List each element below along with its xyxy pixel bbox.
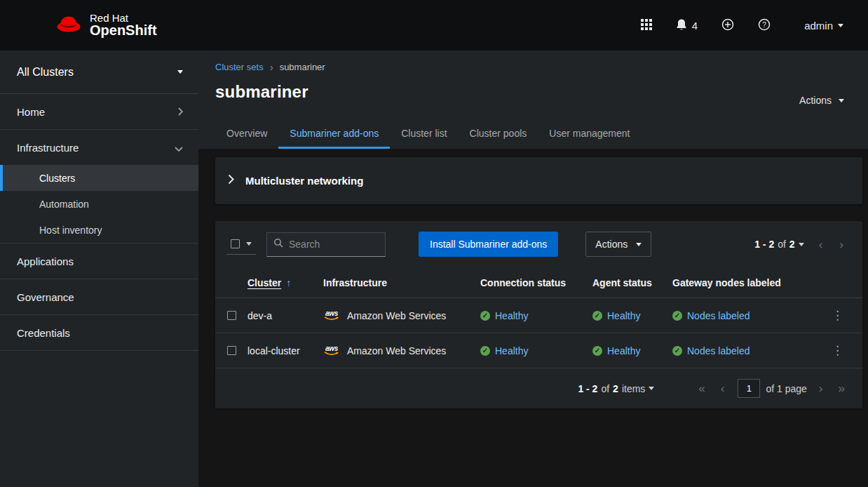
page-of-label: of 1 page: [766, 383, 806, 394]
gateway-nodes-button[interactable]: ✓ Nodes labeled: [672, 310, 750, 321]
chevron-right-icon: [228, 174, 234, 187]
breadcrumb-separator-icon: ›: [270, 63, 273, 72]
plus-circle-icon: [721, 18, 734, 33]
infrastructure-cell: aws Amazon Web Services: [323, 310, 480, 321]
pagination-range: 1 - 2: [754, 239, 774, 250]
column-header-infrastructure[interactable]: Infrastructure: [323, 277, 480, 288]
sidebar-item-clusters[interactable]: Clusters: [0, 165, 198, 191]
bottom-pagination: 1 - 2 of 2 items « ‹ of 1 page › »: [215, 368, 862, 408]
sidebar-item-home[interactable]: Home: [0, 94, 198, 129]
prev-page-button[interactable]: ‹: [713, 378, 733, 399]
column-header-agent-status[interactable]: Agent status: [592, 277, 672, 288]
content-area: Multicluster networking: [198, 149, 868, 487]
nav-section-home: Home: [0, 94, 198, 130]
row-select-checkbox[interactable]: [227, 311, 236, 320]
caret-down-icon: [649, 387, 654, 390]
sidebar-item-credentials[interactable]: Credentials: [0, 315, 198, 350]
connection-status-button[interactable]: ✓ Healthy: [480, 310, 528, 321]
sidebar-item-applications[interactable]: Applications: [0, 244, 198, 279]
notifications-button[interactable]: 4: [667, 13, 707, 39]
sidebar-item-label: Automation: [39, 199, 89, 210]
next-page-button[interactable]: ›: [832, 234, 851, 255]
submariner-table-card: Install Submariner add-ons Actions 1 - 2…: [215, 221, 862, 408]
sidebar-item-label: Infrastructure: [17, 142, 79, 154]
sidebar-item-governance[interactable]: Governance: [0, 279, 198, 314]
help-button[interactable]: ?: [749, 13, 780, 39]
check-circle-icon: ✓: [672, 346, 682, 356]
table-toolbar: Install Submariner add-ons Actions 1 - 2…: [215, 221, 862, 267]
perspective-switcher[interactable]: All Clusters: [0, 51, 198, 94]
pagination-items-label: items: [622, 383, 645, 394]
multicluster-networking-panel[interactable]: Multicluster networking: [215, 157, 862, 204]
install-submariner-button[interactable]: Install Submariner add-ons: [419, 232, 558, 257]
caret-down-icon: [177, 70, 183, 74]
page-number-input[interactable]: [738, 379, 760, 398]
bulk-select-dropdown[interactable]: [226, 234, 256, 255]
next-page-button[interactable]: ›: [811, 378, 831, 399]
gateway-nodes-button[interactable]: ✓ Nodes labeled: [672, 345, 750, 356]
sidebar-item-label: Home: [17, 106, 45, 118]
connection-status-button[interactable]: ✓ Healthy: [480, 345, 528, 356]
agent-status-button[interactable]: ✓ Healthy: [592, 345, 640, 356]
tab-submariner-add-ons[interactable]: Submariner add-ons: [278, 121, 390, 149]
breadcrumb: Cluster sets › submariner: [215, 62, 851, 72]
infrastructure-label: Amazon Web Services: [347, 310, 446, 321]
notification-count-badge: 4: [692, 20, 698, 32]
table-actions-dropdown[interactable]: Actions: [585, 232, 651, 257]
row-select-checkbox[interactable]: [227, 346, 236, 355]
sidebar-item-automation[interactable]: Automation: [0, 191, 198, 217]
search-field: [266, 232, 386, 257]
svg-text:?: ?: [762, 20, 766, 28]
column-header-connection-status[interactable]: Connection status: [480, 277, 592, 288]
nav-section-credentials: Credentials: [0, 315, 198, 351]
username-label: admin: [804, 20, 833, 32]
sidebar-item-label: Applications: [17, 255, 74, 267]
row-kebab-menu-button[interactable]: ⋮: [825, 340, 851, 361]
openshift-logo[interactable]: Red Hat OpenShift: [55, 13, 157, 38]
check-circle-icon: ✓: [672, 311, 682, 321]
sidebar-item-label: Clusters: [39, 173, 75, 184]
sort-ascending-icon: ↑: [286, 277, 291, 288]
sidebar-item-host-inventory[interactable]: Host inventory: [0, 217, 198, 243]
breadcrumb-cluster-sets[interactable]: Cluster sets: [215, 62, 264, 72]
sidebar-item-infrastructure[interactable]: Infrastructure: [0, 130, 198, 165]
create-button[interactable]: [712, 13, 743, 39]
check-circle-icon: ✓: [480, 311, 490, 321]
aws-icon: aws: [323, 310, 340, 321]
page-actions-dropdown[interactable]: Actions: [792, 91, 851, 110]
nav-toggle-button[interactable]: [0, 0, 43, 51]
tab-cluster-list[interactable]: Cluster list: [390, 121, 458, 149]
check-circle-icon: ✓: [480, 346, 490, 356]
question-circle-icon: ?: [758, 18, 771, 33]
pagination-range-dropdown[interactable]: 1 - 2 of 2: [749, 239, 810, 250]
pagination-total: 2: [613, 383, 618, 394]
first-page-button[interactable]: «: [691, 378, 712, 399]
prev-page-button[interactable]: ‹: [811, 234, 831, 255]
row-kebab-menu-button[interactable]: ⋮: [825, 305, 851, 326]
panel-title: Multicluster networking: [245, 175, 363, 187]
last-page-button[interactable]: »: [831, 378, 853, 399]
search-input[interactable]: [289, 239, 379, 250]
pagination-range: 1 - 2: [578, 383, 597, 394]
tab-user-management[interactable]: User management: [538, 121, 641, 149]
caret-down-icon: [839, 99, 844, 102]
title-row: submariner Actions: [215, 82, 851, 110]
aws-icon: aws: [323, 345, 340, 356]
agent-status-button[interactable]: ✓ Healthy: [592, 310, 640, 321]
column-header-cluster[interactable]: Cluster ↑: [247, 277, 323, 288]
user-menu-button[interactable]: admin: [795, 14, 853, 37]
bulk-select-checkbox[interactable]: [231, 239, 240, 248]
tab-overview[interactable]: Overview: [215, 121, 278, 149]
pagination-items-dropdown[interactable]: 1 - 2 of 2 items: [572, 383, 660, 394]
submariner-table: Cluster ↑ Infrastructure Connection stat…: [215, 267, 862, 368]
caret-down-icon: [799, 243, 804, 246]
pagination-total: 2: [789, 239, 795, 250]
pagination-of-label: of: [601, 383, 609, 394]
column-header-gateway-nodes[interactable]: Gateway nodes labeled: [672, 277, 825, 288]
infrastructure-label: Amazon Web Services: [347, 345, 446, 356]
check-circle-icon: ✓: [592, 346, 602, 356]
app-grid-icon: [641, 19, 652, 32]
tab-cluster-pools[interactable]: Cluster pools: [459, 121, 538, 149]
app-launcher-button[interactable]: [632, 13, 661, 38]
table-header-row: Cluster ↑ Infrastructure Connection stat…: [215, 267, 862, 298]
